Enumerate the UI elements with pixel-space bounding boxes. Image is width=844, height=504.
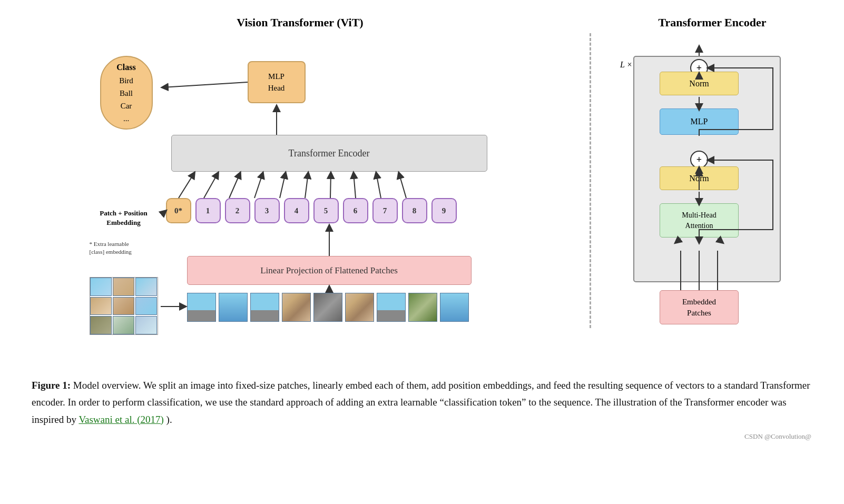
diagram-section: Vision Transformer (ViT) Class Bird Ball… [21,11,823,351]
svg-line-4 [204,173,218,198]
svg-line-12 [399,173,406,198]
svg-line-16 [162,211,166,214]
patch-img-1 [187,293,216,322]
token-2: 2 [225,198,250,223]
extra-class-text: * Extra learnable[class] embedding [90,241,132,255]
vit-transformer-encoder-box: Transformer Encoder [171,135,487,172]
patch-img-6 [345,293,374,322]
svg-line-10 [354,173,356,198]
plus-bottom-symbol: + [696,154,702,165]
orig-patch-2 [113,278,134,296]
lx-label: L × [620,60,632,70]
te-mlp-label: MLP [691,117,708,126]
patch-pos-label: Patch + PositionEmbedding [90,209,158,228]
te-title: Transformer Encoder [658,16,766,29]
token-8: 8 [402,198,427,223]
token-1: 1 [195,198,221,223]
patch-img-2 [219,293,248,322]
mha-box: Multi-HeadAttention [660,203,739,238]
section-divider [590,33,591,328]
vit-title: Vision Transformer (ViT) [237,16,363,29]
orig-patch-6 [135,297,157,315]
class-label: Class [116,61,135,74]
csdn-watermark: CSDN @Convolution@ [32,431,811,442]
norm-box-bottom: Norm [660,166,739,190]
mlp-head-line1: MLP [268,71,284,83]
norm-top-label: Norm [689,79,709,88]
patch-img-8 [408,293,437,322]
class-item-ball: Ball [120,87,133,100]
svg-line-9 [330,173,331,198]
token-7: 7 [372,198,398,223]
svg-line-5 [229,173,240,198]
te-diagram: L × + Norm MLP + No [612,40,812,335]
token-9: 9 [431,198,457,223]
patch-pos-strong: Patch + PositionEmbedding [100,209,147,226]
patch-img-9 [440,293,469,322]
embedded-patches-box: EmbeddedPatches [660,290,739,324]
vit-diagram: Class Bird Ball Car ... MLP Head Transfo… [84,40,516,345]
class-box: Class Bird Ball Car ... [100,56,153,130]
svg-line-1 [162,82,248,87]
svg-line-11 [376,173,381,198]
te-mlp-box: MLP [660,108,739,135]
svg-line-3 [179,173,194,198]
orig-patch-7 [90,316,112,334]
extra-class-label: * Extra learnable[class] embedding [90,240,169,256]
svg-line-6 [254,173,263,198]
mha-label: Multi-HeadAttention [682,210,716,231]
class-item-bird: Bird [119,74,133,87]
vit-transformer-encoder-label: Transformer Encoder [289,148,370,159]
plus-circle-bottom: + [690,151,708,169]
patch-img-4 [282,293,311,322]
orig-patch-3 [135,278,157,296]
class-item-car: Car [121,100,132,112]
citation-link[interactable]: Vaswani et al. (2017) [78,414,163,425]
linear-proj-label: Linear Projection of Flattened Patches [260,265,398,276]
norm-box-top: Norm [660,72,739,95]
token-5: 5 [313,198,339,223]
linear-proj-box: Linear Projection of Flattened Patches [187,256,472,285]
tokens-row: 0* 1 2 3 4 5 6 7 8 9 [166,198,457,223]
orig-image-grid [90,277,158,335]
caption-section: Figure 1: Model overview. We split an im… [21,377,822,442]
orig-patch-1 [90,278,112,296]
token-3: 3 [254,198,280,223]
embedded-patches-label: EmbeddedPatches [682,297,716,319]
norm-bottom-label: Norm [689,174,709,183]
mlp-head-box: MLP Head [248,61,306,103]
main-container: Vision Transformer (ViT) Class Bird Ball… [21,11,823,442]
figure-label: Figure 1: [32,380,71,391]
caption-text: Figure 1: Model overview. We split an im… [32,377,811,428]
caption-end: ). [166,414,172,425]
orig-patch-8 [113,316,134,334]
orig-patch-9 [135,316,157,334]
image-patches-row [187,293,469,322]
token-0: 0* [166,198,191,223]
vit-section: Vision Transformer (ViT) Class Bird Ball… [21,11,579,351]
transformer-encoder-section: Transformer Encoder L × + Norm MLP [602,11,823,340]
class-item-ellipsis: ... [123,112,129,125]
patch-img-5 [313,293,342,322]
svg-line-8 [305,173,308,198]
patch-img-7 [377,293,406,322]
mlp-head-line2: Head [268,82,285,94]
orig-patch-4 [90,297,112,315]
token-6: 6 [343,198,368,223]
patch-img-3 [250,293,279,322]
orig-patch-5 [113,297,134,315]
svg-line-7 [280,173,286,198]
token-4: 4 [284,198,309,223]
